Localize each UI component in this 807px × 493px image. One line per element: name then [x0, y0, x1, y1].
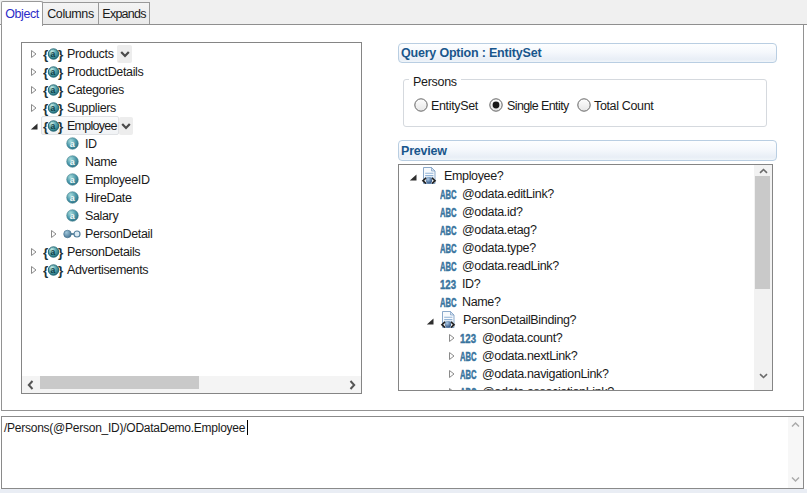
svg-text:ABC: ABC — [440, 261, 457, 272]
svg-text:a: a — [51, 49, 56, 59]
svg-text:a: a — [51, 121, 56, 131]
svg-text:a: a — [51, 247, 56, 257]
svg-text:123: 123 — [460, 333, 476, 344]
svg-text:}: } — [58, 83, 64, 98]
svg-text:}: } — [58, 245, 64, 260]
svg-text:ABC: ABC — [440, 225, 457, 236]
svg-text:ABC: ABC — [460, 351, 477, 362]
svg-text:a: a — [51, 67, 56, 77]
svg-text:}: } — [58, 101, 64, 116]
svg-text:}: } — [58, 263, 64, 278]
svg-text:ABC: ABC — [460, 369, 477, 380]
svg-text:a: a — [51, 103, 56, 113]
svg-text:}: } — [58, 47, 64, 62]
svg-text:{: { — [43, 65, 48, 80]
svg-text:ABC: ABC — [440, 189, 457, 200]
svg-text:ABC: ABC — [440, 243, 457, 254]
svg-text:}: } — [58, 119, 64, 134]
svg-text:}: } — [58, 65, 64, 80]
svg-text:{: { — [43, 101, 48, 116]
svg-text:{: { — [43, 47, 48, 62]
svg-text:ABC: ABC — [460, 387, 477, 392]
svg-text:{: { — [43, 263, 48, 278]
svg-text:ABC: ABC — [440, 207, 457, 218]
svg-text:{: { — [43, 119, 48, 134]
svg-text:ABC: ABC — [440, 297, 457, 308]
svg-text:a: a — [51, 85, 56, 95]
svg-text:a: a — [51, 265, 56, 275]
svg-text:{: { — [43, 245, 48, 260]
svg-text:123: 123 — [440, 279, 456, 290]
svg-text:{: { — [43, 83, 48, 98]
